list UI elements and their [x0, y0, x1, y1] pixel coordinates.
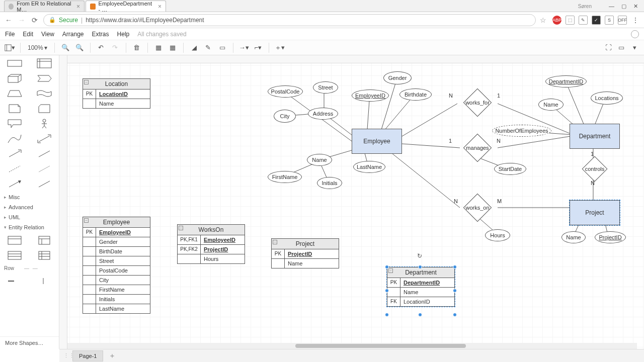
- attr-employeeid[interactable]: EmployeeID: [352, 89, 389, 102]
- connection-icon[interactable]: →▾: [238, 42, 250, 53]
- window-close[interactable]: ✕: [633, 3, 638, 10]
- attr-street[interactable]: Street: [313, 81, 338, 94]
- shape-cube[interactable]: [2, 72, 27, 84]
- shape-frame[interactable]: [32, 57, 57, 69]
- attr-pname[interactable]: Name: [561, 231, 586, 243]
- entity-project[interactable]: Project: [570, 200, 620, 225]
- rel-manages[interactable]: manages: [457, 138, 498, 158]
- selection-handle[interactable]: [385, 289, 389, 293]
- page-menu-icon[interactable]: ⋮⋮: [63, 352, 68, 359]
- shape-callout[interactable]: [2, 118, 27, 130]
- shape-conn-arrow[interactable]: [2, 178, 27, 190]
- entity-employee[interactable]: Employee: [352, 129, 402, 154]
- line-icon[interactable]: ✎: [203, 42, 214, 53]
- menu-extras[interactable]: Extras: [92, 31, 109, 38]
- menu-help[interactable]: Help: [117, 31, 130, 38]
- attr-lastname[interactable]: LastName: [353, 161, 385, 173]
- shape-trap[interactable]: [2, 87, 27, 100]
- ext-icon[interactable]: S: [605, 16, 614, 25]
- shape-conn-line[interactable]: [32, 178, 57, 190]
- tab-0[interactable]: From ER to Relational M… ×: [4, 1, 85, 12]
- shape-thin[interactable]: [32, 163, 57, 175]
- attr-startdate[interactable]: StartDate: [494, 163, 526, 175]
- table-employee[interactable]: −Employee PKEmployeeID Gender BirthDate …: [83, 217, 150, 314]
- rotate-handle-icon[interactable]: ↻: [416, 252, 423, 259]
- attr-hours[interactable]: Hours: [485, 229, 510, 241]
- menu-edit[interactable]: Edit: [23, 31, 33, 38]
- horizontal-scrollbar[interactable]: [67, 343, 637, 349]
- chrome-menu-icon[interactable]: ⋮: [631, 16, 640, 25]
- er-shape-sep[interactable]: [32, 275, 57, 287]
- selection-handle[interactable]: [453, 265, 457, 269]
- table-department[interactable]: −Department PKDepartmentID Name FKLocati…: [387, 267, 455, 307]
- attr-deptid[interactable]: DepartmentID: [545, 75, 587, 87]
- more-shapes-button[interactable]: More Shapes…: [0, 336, 59, 349]
- attr-initials[interactable]: Initials: [317, 177, 342, 189]
- shape-curve[interactable]: [2, 133, 27, 145]
- tab-close-icon[interactable]: ×: [76, 3, 80, 10]
- window-maximize[interactable]: ▢: [621, 3, 626, 10]
- ext-abp-icon[interactable]: ABP: [552, 16, 561, 25]
- er-shape-hr[interactable]: [2, 275, 27, 287]
- selection-handle[interactable]: [453, 289, 457, 293]
- shape-note[interactable]: [2, 103, 27, 115]
- attr-address[interactable]: Address: [308, 108, 338, 120]
- attr-firstname[interactable]: FirstName: [268, 171, 302, 183]
- attr-projectid[interactable]: ProjectID: [595, 231, 626, 243]
- insert-icon[interactable]: ＋▾: [274, 42, 285, 53]
- er-shape-table[interactable]: [2, 234, 27, 246]
- sidebar-section-misc[interactable]: Misc: [0, 192, 59, 202]
- reload-button[interactable]: ⟳: [30, 16, 39, 25]
- rel-works-on[interactable]: works_on: [457, 198, 498, 218]
- format-panel-icon[interactable]: ▭: [616, 42, 627, 53]
- zoom-in-icon[interactable]: 🔍: [60, 42, 71, 53]
- attr-postal[interactable]: PostalCode: [268, 85, 303, 98]
- shape-arrow-bi[interactable]: [32, 133, 57, 145]
- bookmark-icon[interactable]: ☆: [540, 16, 546, 24]
- shape-step[interactable]: [32, 72, 57, 84]
- window-minimize[interactable]: —: [609, 3, 614, 9]
- redo-icon[interactable]: ↷: [110, 42, 121, 53]
- shape-rect[interactable]: [2, 57, 27, 69]
- shape-line[interactable]: [32, 148, 57, 160]
- er-shape-list2[interactable]: [32, 249, 57, 261]
- fill-icon[interactable]: ◢: [189, 42, 200, 53]
- waypoint-icon[interactable]: ⌐▾: [253, 42, 264, 53]
- shape-arrow[interactable]: [2, 148, 27, 160]
- er-shape-table2[interactable]: [32, 234, 57, 246]
- entity-department[interactable]: Department: [570, 124, 620, 149]
- shape-card[interactable]: [32, 103, 57, 115]
- attr-name[interactable]: Name: [307, 154, 332, 166]
- delete-icon[interactable]: 🗑: [131, 42, 142, 53]
- zoom-out-icon[interactable]: 🔍: [74, 42, 85, 53]
- selection-handle[interactable]: [453, 313, 457, 317]
- tab-1[interactable]: EmployeeDepartment - … ×: [86, 1, 166, 12]
- selection-handle[interactable]: [385, 313, 389, 317]
- forward-button[interactable]: →: [17, 16, 26, 25]
- selection-handle[interactable]: [418, 313, 422, 317]
- attr-locations[interactable]: Locations: [591, 92, 623, 105]
- to-back-icon[interactable]: ▦: [167, 42, 178, 53]
- to-front-icon[interactable]: ▦: [153, 42, 164, 53]
- attr-city[interactable]: City: [274, 110, 296, 123]
- ext-icon[interactable]: ✓: [592, 16, 601, 25]
- table-location[interactable]: −Location PKLocationID Name: [83, 78, 150, 109]
- shadow-icon[interactable]: ▭: [217, 42, 228, 53]
- collapse-icon[interactable]: ▾: [629, 42, 640, 53]
- ext-icon[interactable]: ✎: [579, 16, 588, 25]
- menu-arrange[interactable]: Arrange: [62, 31, 84, 38]
- attr-birthdate[interactable]: Birthdate: [399, 88, 432, 101]
- language-icon[interactable]: [631, 30, 639, 38]
- zoom-level[interactable]: 100% ▾: [26, 44, 49, 51]
- attr-dname[interactable]: Name: [538, 99, 564, 111]
- shape-actor[interactable]: [32, 118, 57, 130]
- table-project[interactable]: −Project PKProjectID Name: [271, 238, 339, 268]
- tab-close-icon[interactable]: ×: [158, 3, 162, 10]
- sidebar-section-er[interactable]: Entity Relation: [0, 222, 59, 232]
- url-box[interactable]: 🔒 Secure | https://www.draw.io/#LEmploye…: [43, 14, 536, 26]
- menu-file[interactable]: File: [5, 31, 15, 38]
- undo-icon[interactable]: ↶: [96, 42, 107, 53]
- canvas[interactable]: −Location PKLocationID Name −Employee PK…: [59, 55, 644, 349]
- selection-handle[interactable]: [385, 265, 389, 269]
- rel-works-for[interactable]: works_for: [457, 93, 498, 113]
